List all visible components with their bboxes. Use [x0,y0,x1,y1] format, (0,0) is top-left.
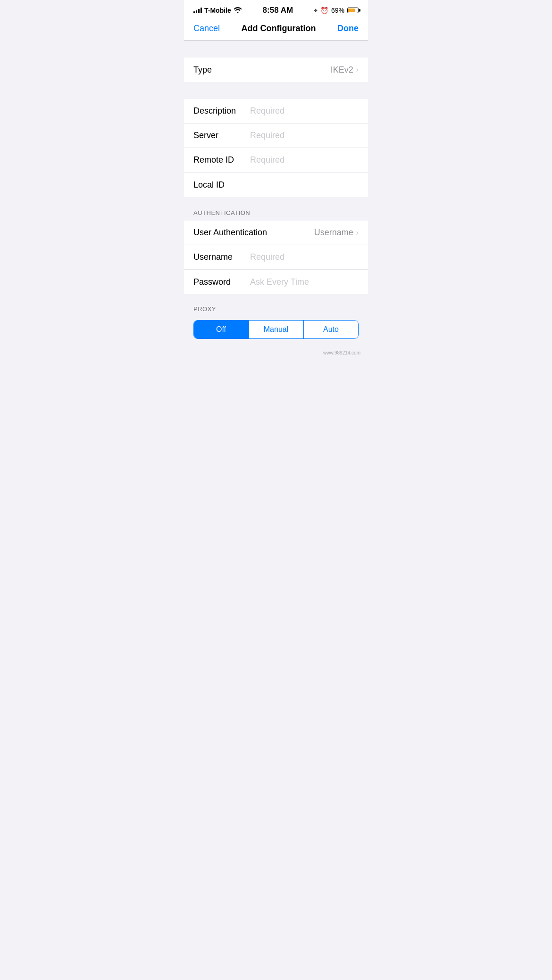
page-title: Add Configuration [242,24,316,33]
proxy-segment-control[interactable]: Off Manual Auto [193,320,359,339]
username-row: Username [184,245,368,270]
proxy-section: PROXY Off Manual Auto [184,294,368,346]
username-input[interactable] [250,252,360,262]
password-input[interactable] [250,277,360,287]
type-row[interactable]: Type IKEv2 › [184,58,368,82]
password-row: Password [184,270,368,294]
signal-icon [193,8,202,13]
user-auth-chevron-icon: › [356,229,359,237]
battery-percent: 69% [331,7,344,14]
status-time: 8:58 AM [263,6,293,15]
proxy-auto-button[interactable]: Auto [304,321,358,338]
status-bar: T-Mobile 8:58 AM ⌖ ⏰ 69% [184,0,368,19]
mid-gap-1 [184,82,368,99]
auth-section: User Authentication Username › Username … [184,221,368,294]
done-button[interactable]: Done [337,24,359,33]
type-chevron-icon: › [356,66,359,74]
alarm-icon: ⏰ [320,7,328,14]
proxy-manual-button[interactable]: Manual [249,321,303,338]
top-gap [184,41,368,58]
watermark: www.989214.com [184,346,368,357]
remote-id-input[interactable] [250,155,360,165]
proxy-header-label: PROXY [193,305,359,313]
status-left: T-Mobile [193,7,242,15]
server-label: Server [193,131,250,140]
remote-id-label: Remote ID [193,155,250,165]
form-fields-section: Description Server Remote ID Local ID [184,99,368,197]
description-row: Description [184,99,368,124]
cancel-button[interactable]: Cancel [193,24,220,33]
local-id-row: Local ID [184,173,368,197]
battery-icon [347,8,359,13]
type-section: Type IKEv2 › [184,58,368,82]
nav-bar: Cancel Add Configuration Done [184,19,368,41]
user-auth-label: User Authentication [193,228,267,238]
type-value[interactable]: IKEv2 › [331,65,359,75]
proxy-off-button[interactable]: Off [194,321,248,338]
auth-section-header: AUTHENTICATION [184,197,368,221]
type-label: Type [193,65,250,75]
auth-header-label: AUTHENTICATION [193,209,250,216]
password-label: Password [193,277,250,287]
user-auth-row[interactable]: User Authentication Username › [184,221,368,245]
location-icon: ⌖ [314,7,318,15]
server-row: Server [184,124,368,148]
description-label: Description [193,106,250,116]
wifi-icon [234,7,242,15]
remote-id-row: Remote ID [184,148,368,173]
status-right: ⌖ ⏰ 69% [314,7,359,15]
local-id-label: Local ID [193,180,250,190]
carrier-label: T-Mobile [204,7,231,14]
server-input[interactable] [250,131,360,140]
description-input[interactable] [250,106,360,116]
local-id-input[interactable] [250,180,360,190]
user-auth-value[interactable]: Username › [314,228,359,238]
username-label: Username [193,252,250,262]
